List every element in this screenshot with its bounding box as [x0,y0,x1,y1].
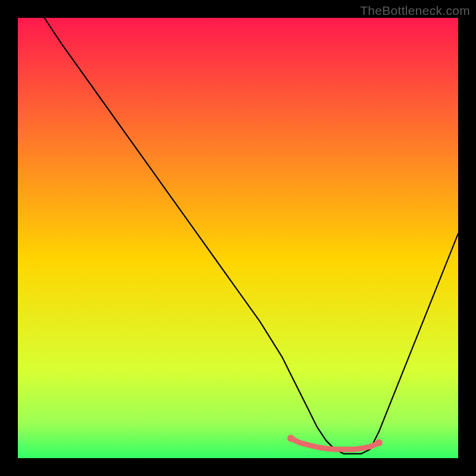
highlight-endpoint-dot [287,435,295,442]
plot-area [18,18,458,458]
highlight-endpoint-dot [375,439,383,446]
gradient-background [18,18,458,458]
watermark-text: TheBottleneck.com [360,4,470,18]
chart-frame: TheBottleneck.com [0,0,476,476]
bottleneck-chart [18,18,458,458]
